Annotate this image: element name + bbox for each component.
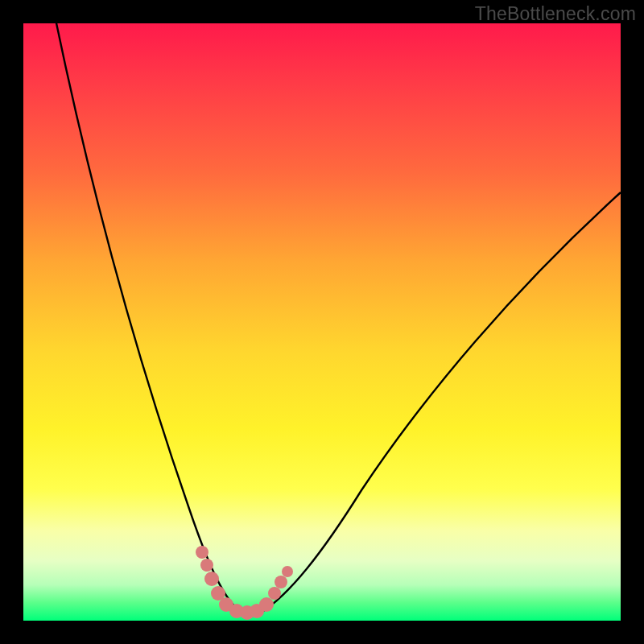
watermark-text: TheBottleneck.com (475, 3, 636, 25)
svg-point-1 (200, 559, 213, 572)
svg-point-10 (275, 576, 287, 588)
curve-overlay (23, 23, 621, 621)
svg-point-9 (268, 587, 281, 600)
curve-left (56, 19, 241, 613)
svg-point-2 (204, 572, 219, 586)
svg-point-11 (282, 566, 293, 577)
chart-frame: TheBottleneck.com (0, 0, 644, 644)
svg-point-8 (259, 597, 274, 612)
svg-point-0 (196, 546, 208, 559)
trough-dots (196, 546, 293, 620)
curve-right (261, 192, 621, 613)
